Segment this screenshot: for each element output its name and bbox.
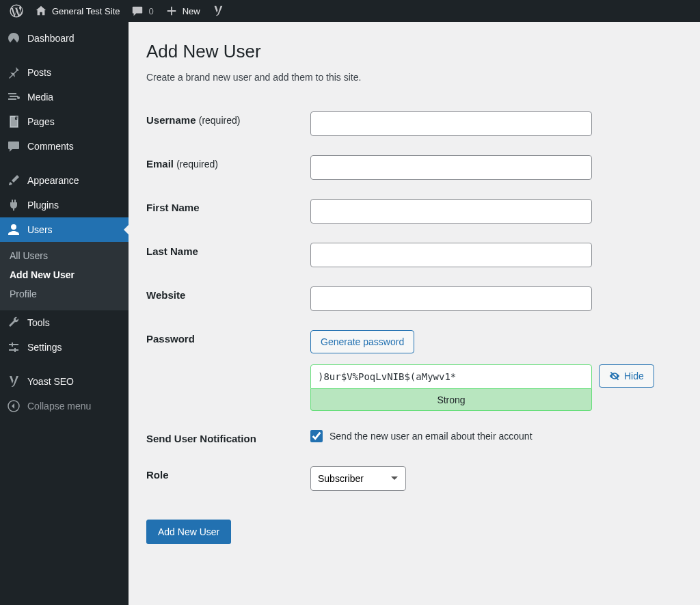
sidebar-item-plugins[interactable]: Plugins (0, 193, 129, 217)
sidebar-item-users[interactable]: Users (0, 217, 129, 242)
site-name-link[interactable]: General Test Site (29, 0, 125, 22)
add-new-user-submit[interactable]: Add New User (146, 520, 231, 544)
add-user-form: Username (required) Email (required) Fir… (146, 102, 682, 500)
sidebar-item-label: Yoast SEO (27, 376, 74, 387)
username-label: Username (required) (146, 102, 310, 146)
home-icon (34, 4, 48, 18)
sidebar-item-label: Pages (27, 116, 55, 127)
yoast-icon (7, 375, 21, 388)
sidebar-item-label: Posts (27, 67, 51, 78)
username-input[interactable] (310, 111, 592, 136)
submenu-item-add-new-user[interactable]: Add New User (0, 265, 129, 284)
firstname-input[interactable] (310, 199, 592, 224)
submenu-item-all-users[interactable]: All Users (0, 246, 129, 265)
submenu-item-profile[interactable]: Profile (0, 284, 129, 304)
collapse-menu[interactable]: Collapse menu (0, 394, 129, 418)
email-label: Email (required) (146, 146, 310, 189)
sidebar-item-comments[interactable]: Comments (0, 134, 129, 159)
dashboard-icon (7, 31, 21, 45)
sidebar-item-yoast[interactable]: Yoast SEO (0, 369, 129, 394)
generate-password-button[interactable]: Generate password (310, 330, 414, 353)
collapse-icon (7, 399, 21, 413)
notify-checkbox-label[interactable]: Send the new user an email about their a… (329, 431, 533, 442)
main-content: Add New User Create a brand new user and… (129, 22, 700, 605)
role-label: Role (146, 457, 310, 500)
email-input[interactable] (310, 155, 592, 180)
plug-icon (7, 198, 21, 212)
sidebar-item-posts[interactable]: Posts (0, 60, 129, 85)
comment-icon (131, 4, 144, 18)
new-content-link[interactable]: New (159, 0, 206, 22)
admin-bar: General Test Site 0 New (0, 0, 700, 22)
firstname-label: First Name (146, 189, 310, 233)
lastname-label: Last Name (146, 233, 310, 277)
website-input[interactable] (310, 286, 592, 311)
sidebar-item-label: Settings (27, 342, 62, 353)
sidebar-item-label: Media (27, 92, 53, 103)
users-submenu: All Users Add New User Profile (0, 242, 129, 310)
lastname-input[interactable] (310, 243, 592, 267)
sliders-icon (7, 340, 21, 354)
site-name-text: General Test Site (52, 6, 120, 16)
password-input[interactable] (310, 364, 592, 389)
new-label: New (183, 6, 200, 16)
media-icon (7, 90, 21, 104)
sidebar-item-label: Dashboard (27, 33, 75, 44)
sidebar-item-appearance[interactable]: Appearance (0, 168, 129, 193)
wordpress-icon (10, 4, 23, 18)
hide-password-button[interactable]: Hide (599, 364, 654, 388)
comment-icon (7, 139, 21, 153)
plus-icon (165, 4, 178, 18)
comments-link[interactable]: 0 (125, 0, 159, 22)
admin-sidebar: Dashboard Posts Media Pages Commen (0, 22, 129, 605)
website-label: Website (146, 277, 310, 321)
collapse-label: Collapse menu (27, 401, 91, 412)
comments-count: 0 (148, 6, 153, 16)
password-strength-indicator: Strong (310, 389, 592, 411)
notify-label: Send User Notification (146, 420, 310, 457)
sidebar-item-label: Users (27, 224, 53, 235)
user-icon (7, 223, 21, 237)
yoast-adminbar-link[interactable] (206, 0, 230, 22)
yoast-icon (211, 4, 225, 18)
svg-point-0 (17, 96, 20, 99)
sidebar-item-label: Plugins (27, 200, 59, 211)
sidebar-item-settings[interactable]: Settings (0, 335, 129, 360)
sidebar-item-label: Comments (27, 141, 74, 152)
wp-logo[interactable] (4, 0, 29, 22)
pages-icon (7, 115, 21, 129)
brush-icon (7, 174, 21, 187)
password-label: Password (146, 321, 310, 420)
page-title: Add New User (146, 41, 682, 62)
wrench-icon (7, 316, 21, 330)
role-select[interactable]: Subscriber (310, 466, 406, 491)
eye-slash-icon (609, 371, 620, 381)
notify-checkbox[interactable] (310, 430, 323, 442)
sidebar-item-tools[interactable]: Tools (0, 310, 129, 335)
sidebar-item-dashboard[interactable]: Dashboard (0, 26, 129, 51)
sidebar-item-label: Tools (27, 317, 50, 328)
page-description: Create a brand new user and add them to … (146, 72, 682, 83)
sidebar-item-media[interactable]: Media (0, 85, 129, 109)
sidebar-item-label: Appearance (27, 175, 79, 186)
pin-icon (7, 66, 21, 79)
sidebar-item-pages[interactable]: Pages (0, 109, 129, 134)
